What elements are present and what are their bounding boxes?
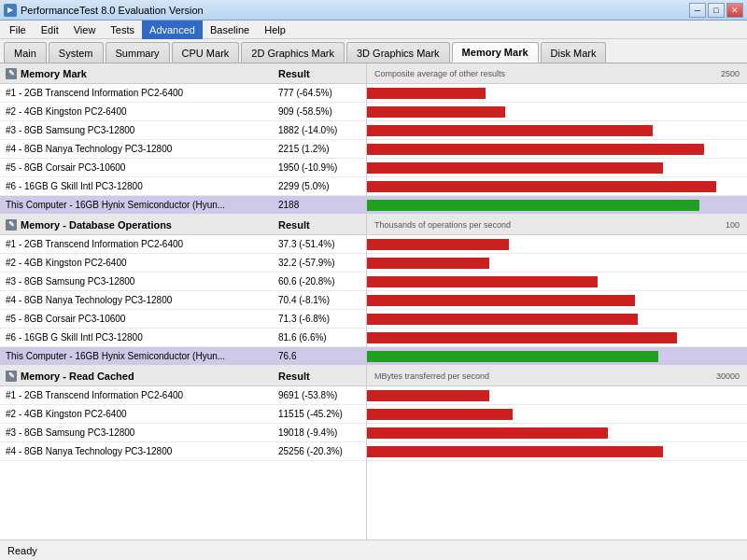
table-row [367,196,747,215]
chart-bar [367,125,653,136]
menu-baseline[interactable]: Baseline [203,21,257,39]
chart-bar [367,276,598,287]
table-row: #2 - 4GB Kingston PC2-640011515 (-45.2%) [0,405,366,424]
memory-db-chart-header: Thousands of operations per second 100 [367,215,747,235]
main-content: ✎ Memory Mark Result #1 - 2GB Transcend … [0,63,747,539]
chart-bar [367,390,489,401]
chart-bar [367,314,638,325]
row-label: #6 - 16GB G Skill Intl PC3-12800 [0,180,273,192]
tab-cpu-mark[interactable]: CPU Mark [172,42,240,63]
row-result: 19018 (-9.4%) [273,427,366,439]
row-label: #4 - 8GB Nanya Technology PC3-12800 [0,445,273,457]
row-label: #2 - 4GB Kingston PC2-6400 [0,408,273,420]
memory-read-chart-max: 30000 [716,371,747,381]
tab-memory-mark[interactable]: Memory Mark [452,42,539,63]
menu-edit[interactable]: Edit [34,21,66,39]
chart-bar [367,409,513,420]
memory-mark-chart-label: Composite average of other results [367,69,721,78]
table-row: #6 - 16GB G Skill Intl PC3-128002299 (5.… [0,177,366,196]
row-result: 76.6 [273,350,366,362]
table-row: This Computer - 16GB Hynix Semiconductor… [0,347,366,366]
chart-bar-container [367,125,747,136]
tab-system[interactable]: System [49,42,104,63]
memory-db-rows: #1 - 2GB Transcend Information PC2-64003… [0,235,366,366]
chart-bar-container [367,446,747,457]
menu-help[interactable]: Help [257,21,293,39]
chart-bar [367,351,658,362]
chart-bar [367,446,663,457]
table-row [367,442,747,461]
maximize-button[interactable]: □ [708,3,725,18]
row-result: 2299 (5.0%) [273,180,366,192]
table-row [367,386,747,405]
row-label: This Computer - 16GB Hynix Semiconductor… [0,199,273,211]
row-label: This Computer - 16GB Hynix Semiconductor… [0,350,273,362]
row-label: #6 - 16GB G Skill Intl PC3-12800 [0,331,273,343]
chart-bar-container [367,390,747,401]
chart-bar [367,200,699,211]
memory-mark-chart-header: Composite average of other results 2500 [367,63,747,84]
chart-bar-container [367,409,747,420]
table-row [367,424,747,442]
memory-db-header: ✎ Memory - Database Operations Result [0,215,366,235]
row-result: 2188 [273,199,366,211]
minimize-button[interactable]: ─ [689,3,706,18]
chart-bar [367,106,505,118]
table-row [367,159,747,177]
chart-bar-container [367,332,747,343]
table-row: #2 - 4GB Kingston PC2-640032.2 (-57.9%) [0,254,366,273]
row-result: 60.6 (-20.8%) [273,275,366,287]
table-row [367,347,747,366]
menu-advanced[interactable]: Advanced [142,21,203,39]
row-result: 25256 (-20.3%) [273,445,366,457]
tab-3d-graphics[interactable]: 3D Graphics Mark [346,42,450,63]
close-button[interactable]: ✕ [726,3,743,18]
chart-bar [367,162,663,174]
tab-disk-mark[interactable]: Disk Mark [541,42,607,63]
row-result: 81.6 (6.6%) [273,331,366,343]
table-row: #6 - 16GB G Skill Intl PC3-1280081.6 (6.… [0,329,366,347]
table-row [367,103,747,121]
tab-bar: Main System Summary CPU Mark 2D Graphics… [0,39,747,63]
table-row: #4 - 8GB Nanya Technology PC3-1280025256… [0,442,366,461]
memory-read-header: ✎ Memory - Read Cached Result [0,366,366,386]
row-result: 1950 (-10.9%) [273,161,366,174]
memory-mark-header: ✎ Memory Mark Result [0,63,366,84]
row-result: 70.4 (-8.1%) [273,294,366,306]
row-result: 32.2 (-57.9%) [273,257,366,269]
table-row [367,291,747,310]
chart-bar [367,295,635,306]
row-result: 2215 (1.2%) [273,143,366,155]
table-row [367,177,747,196]
memory-mark-icon: ✎ [6,68,17,79]
table-row: #3 - 8GB Samsung PC3-1280060.6 (-20.8%) [0,273,366,291]
chart-bar [367,239,509,250]
row-label: #2 - 4GB Kingston PC2-6400 [0,257,273,269]
chart-bar-container [367,314,747,325]
row-label: #1 - 2GB Transcend Information PC2-6400 [0,238,273,250]
row-result: 909 (-58.5%) [273,105,366,118]
row-label: #4 - 8GB Nanya Technology PC3-12800 [0,294,273,306]
table-row: #2 - 4GB Kingston PC2-6400909 (-58.5%) [0,103,366,121]
row-result: 1882 (-14.0%) [273,124,366,136]
status-bar: Ready [0,539,747,560]
memory-mark-result-header: Result [273,66,366,81]
chart-bar-container [367,276,747,287]
table-row: #4 - 8GB Nanya Technology PC3-128002215 … [0,140,366,159]
menu-file[interactable]: File [2,21,34,39]
table-row [367,254,747,273]
menu-tests[interactable]: Tests [103,21,142,39]
row-label: #1 - 2GB Transcend Information PC2-6400 [0,87,273,99]
right-panel: Composite average of other results 2500 … [367,63,747,539]
row-result: 37.3 (-51.4%) [273,238,366,250]
table-row [367,329,747,347]
menu-bar: File Edit View Tests Advanced Baseline H… [0,21,747,39]
tab-2d-graphics[interactable]: 2D Graphics Mark [241,42,345,63]
memory-db-result-header: Result [273,217,366,232]
menu-view[interactable]: View [66,21,104,39]
table-row [367,235,747,254]
tab-summary[interactable]: Summary [106,42,170,63]
chart-bar [367,144,704,155]
chart-bar [367,181,716,192]
tab-main[interactable]: Main [4,42,47,63]
